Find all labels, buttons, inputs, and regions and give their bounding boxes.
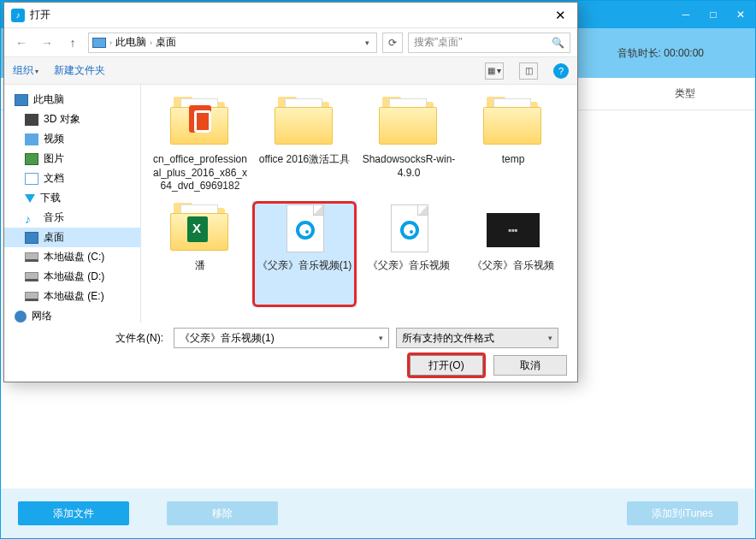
- cube-icon: [25, 114, 38, 126]
- tree-item-label: 音乐: [44, 210, 64, 225]
- dialog-close-icon[interactable]: ✕: [543, 3, 577, 27]
- open-dialog: ♪ 打开 ✕ ← → ↑ › 此电脑 › 桌面 ▾ ⟳ 搜索"桌面" 🔍 组织 …: [3, 2, 578, 382]
- tree-item-label: 本地磁盘 (E:): [44, 289, 104, 304]
- net-icon: [15, 311, 27, 323]
- tree-item[interactable]: 桌面: [4, 228, 140, 247]
- tree-item-label: 网络: [32, 309, 52, 323]
- nav-back-icon[interactable]: ←: [11, 33, 32, 53]
- dialog-main: 此电脑3D 对象视频图片文档下载♪音乐桌面本地磁盘 (C:)本地磁盘 (D:)本…: [4, 85, 577, 323]
- tree-item[interactable]: 本地磁盘 (E:): [4, 287, 140, 306]
- file-label: 《父亲》音乐视频: [469, 259, 558, 273]
- duration-label: 音轨时长:: [617, 46, 661, 61]
- tree-item-label: 桌面: [44, 230, 64, 245]
- help-icon[interactable]: ?: [553, 63, 569, 79]
- file-label: 潘: [192, 259, 209, 273]
- file-label: 《父亲》音乐视频(1): [254, 259, 356, 273]
- dialog-title: 打开: [30, 8, 50, 22]
- add-to-itunes-button[interactable]: 添加到iTunes: [627, 501, 738, 525]
- breadcrumb-location[interactable]: 桌面: [156, 35, 176, 50]
- vid-icon: [25, 133, 38, 145]
- file-label: temp: [499, 153, 529, 167]
- remove-button[interactable]: 移除: [167, 501, 278, 525]
- music-icon: ♪: [25, 212, 38, 224]
- tree-item[interactable]: 图片: [4, 149, 140, 169]
- disk-icon: [25, 272, 38, 281]
- file-item[interactable]: 潘: [148, 201, 252, 307]
- new-folder-button[interactable]: 新建文件夹: [54, 63, 105, 78]
- tree-item[interactable]: 文档: [4, 169, 140, 188]
- disk-icon: [25, 292, 38, 301]
- file-label: office 2016激活工具: [256, 153, 354, 167]
- tree-item-label: 本地磁盘 (C:): [44, 250, 104, 264]
- tree-item-label: 下载: [40, 191, 61, 205]
- preview-pane-icon[interactable]: ◫: [519, 62, 538, 80]
- file-item[interactable]: temp: [461, 95, 565, 201]
- doc-icon: [25, 173, 38, 185]
- chevron-down-icon[interactable]: ▾: [365, 38, 373, 47]
- tree-item-label: 3D 对象: [44, 112, 80, 127]
- file-label: ShadowsocksR-win-4.9.0: [357, 153, 461, 180]
- breadcrumb-pc[interactable]: 此电脑: [115, 35, 146, 50]
- file-label: cn_office_professional_plus_2016_x86_x64…: [148, 153, 252, 193]
- file-item[interactable]: ShadowsocksR-win-4.9.0: [357, 95, 461, 201]
- refresh-icon[interactable]: ⟳: [382, 33, 403, 53]
- view-mode-icon[interactable]: ▦ ▾: [485, 62, 504, 80]
- file-grid: cn_office_professional_plus_2016_x86_x64…: [141, 85, 577, 323]
- tree-item[interactable]: 3D 对象: [4, 110, 140, 129]
- tree-item[interactable]: ♪音乐: [4, 208, 140, 228]
- dialog-titlebar: ♪ 打开 ✕: [4, 3, 577, 28]
- dialog-toolbar: 组织 新建文件夹 ▦ ▾ ◫ ?: [4, 57, 577, 85]
- nav-forward-icon[interactable]: →: [37, 33, 57, 53]
- nav-up-icon[interactable]: ↑: [62, 33, 83, 53]
- file-item[interactable]: office 2016激活工具: [252, 95, 357, 201]
- tree-item[interactable]: 网络: [4, 306, 140, 323]
- filetype-value: 所有支持的文件格式: [402, 331, 494, 346]
- duration-value: 00:00:00: [664, 47, 704, 59]
- dialog-bottom: 文件名(N): 《父亲》音乐视频(1) ▾ 所有支持的文件格式 ▾ 打开(O) …: [4, 323, 577, 381]
- tree-item-label: 本地磁盘 (D:): [44, 270, 104, 284]
- disk-icon: [25, 252, 38, 262]
- file-item[interactable]: cn_office_professional_plus_2016_x86_x64…: [148, 95, 252, 201]
- tree-item[interactable]: 视频: [4, 129, 140, 149]
- tree-item[interactable]: 本地磁盘 (D:): [4, 267, 140, 287]
- filename-value: 《父亲》音乐视频(1): [180, 331, 275, 346]
- cancel-button[interactable]: 取消: [493, 355, 567, 376]
- nav-tree: 此电脑3D 对象视频图片文档下载♪音乐桌面本地磁盘 (C:)本地磁盘 (D:)本…: [4, 85, 141, 323]
- tree-item-label: 图片: [44, 151, 64, 166]
- dialog-nav: ← → ↑ › 此电脑 › 桌面 ▾ ⟳ 搜索"桌面" 🔍: [4, 28, 577, 57]
- app-footer: 添加文件 移除 添加到iTunes: [1, 489, 755, 538]
- tree-item-label: 视频: [44, 132, 64, 146]
- minimize-icon[interactable]: ─: [678, 7, 694, 22]
- organize-button[interactable]: 组织: [13, 63, 38, 78]
- tree-item[interactable]: 下载: [4, 188, 140, 208]
- file-label: 《父亲》音乐视频: [364, 259, 453, 273]
- desk-icon: [25, 232, 38, 244]
- file-item[interactable]: ■■■《父亲》音乐视频: [461, 201, 565, 307]
- search-icon: 🔍: [552, 37, 564, 49]
- file-item[interactable]: 《父亲》音乐视频(1): [252, 201, 357, 307]
- maximize-icon[interactable]: □: [706, 7, 721, 22]
- filetype-select[interactable]: 所有支持的文件格式 ▾: [396, 328, 558, 348]
- chevron-right-icon: ›: [109, 38, 112, 47]
- tree-item-label: 文档: [44, 171, 64, 186]
- search-input[interactable]: 搜索"桌面" 🔍: [408, 33, 570, 53]
- tree-item[interactable]: 本地磁盘 (C:): [4, 247, 140, 267]
- tree-item[interactable]: 此电脑: [4, 90, 140, 110]
- tree-item-label: 此电脑: [33, 92, 64, 107]
- img-icon: [25, 153, 38, 165]
- column-type: 类型: [675, 86, 695, 101]
- search-placeholder: 搜索"桌面": [414, 35, 463, 50]
- chevron-down-icon[interactable]: ▾: [379, 334, 383, 342]
- app-icon: ♪: [11, 9, 25, 22]
- filename-input[interactable]: 《父亲》音乐视频(1) ▾: [174, 328, 389, 348]
- file-item[interactable]: 《父亲》音乐视频: [357, 201, 461, 307]
- filename-label: 文件名(N):: [13, 331, 167, 346]
- open-button[interactable]: 打开(O): [410, 355, 483, 376]
- pc-icon: [15, 94, 28, 106]
- down-icon: [25, 194, 35, 203]
- close-icon[interactable]: ✕: [733, 7, 748, 22]
- add-file-button[interactable]: 添加文件: [18, 501, 129, 525]
- chevron-right-icon: ›: [150, 38, 152, 47]
- breadcrumb[interactable]: › 此电脑 › 桌面 ▾: [88, 33, 377, 53]
- chevron-down-icon[interactable]: ▾: [548, 334, 552, 342]
